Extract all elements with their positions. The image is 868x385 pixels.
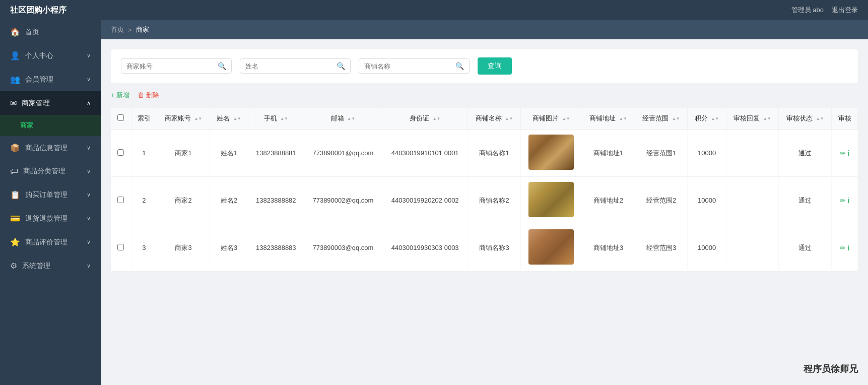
search-icon-account: 🔍 <box>218 62 226 70</box>
top-header: 社区团购小程序 管理员 abo 退出登录 <box>0 0 868 20</box>
merchant-icon: ✉ <box>10 98 17 108</box>
shop-image <box>528 229 574 265</box>
sidebar-item-refund[interactable]: 💳 退货退款管理 ∨ <box>0 207 101 230</box>
sort-arrows-address[interactable]: ▲▼ <box>619 116 627 121</box>
breadcrumb-current: 商家 <box>136 25 149 34</box>
sidebar-label-refund: 退货退款管理 <box>25 214 68 223</box>
cell-edit: ✏ i <box>832 177 858 224</box>
sort-arrows-name[interactable]: ▲▼ <box>233 116 241 121</box>
row-checkbox-0[interactable] <box>117 149 124 156</box>
sidebar-item-review[interactable]: ⭐ 商品评价管理 ∨ <box>0 230 101 254</box>
chevron-down-icon-member: ∨ <box>87 76 91 83</box>
cell-index: 2 <box>131 177 157 224</box>
cell-account: 商家3 <box>157 224 210 272</box>
search-icon-name: 🔍 <box>337 62 345 70</box>
merchant-account-input[interactable] <box>126 62 215 70</box>
add-button[interactable]: + 新增 <box>111 91 129 100</box>
shop-name-input[interactable] <box>364 62 452 70</box>
sidebar-item-goods-cat[interactable]: 🏷 商品分类管理 ∨ <box>0 160 101 183</box>
refund-icon: 💳 <box>10 214 20 223</box>
cell-address: 商铺地址3 <box>582 224 635 272</box>
col-account: 商家账号 ▲▼ <box>157 108 210 130</box>
sidebar-sub-item-merchant[interactable]: 商家 <box>0 115 101 136</box>
sort-arrows-score[interactable]: ▲▼ <box>711 116 719 121</box>
cell-shopimg <box>520 177 582 224</box>
sidebar-item-merchant[interactable]: ✉ 商家管理 ∧ <box>0 91 101 115</box>
cell-reply <box>726 224 779 272</box>
sort-arrows-account[interactable]: ▲▼ <box>194 116 202 121</box>
cell-phone: 13823888881 <box>248 130 304 177</box>
cell-reply <box>726 130 779 177</box>
shop-image <box>528 182 574 217</box>
col-shopname: 商铺名称 ▲▼ <box>468 108 521 130</box>
shop-image <box>528 135 574 170</box>
merchant-account-search-group: 🔍 <box>121 58 232 74</box>
cell-phone: 13823888882 <box>248 177 304 224</box>
breadcrumb: 首页 > 商家 <box>101 20 868 39</box>
table-row: 2 商家2 姓名2 13823888882 773890002@qq.com 4… <box>111 177 858 224</box>
chevron-down-icon-goods: ∨ <box>87 145 91 151</box>
sidebar-label-personal: 个人中心 <box>25 51 53 60</box>
col-reply: 审核回复 ▲▼ <box>726 108 779 130</box>
app-title: 社区团购小程序 <box>10 5 66 16</box>
cell-edit: ✏ i <box>832 224 858 272</box>
col-phone: 手机 ▲▼ <box>248 108 304 130</box>
home-icon: 🏠 <box>10 27 20 37</box>
sort-arrows-email[interactable]: ▲▼ <box>347 116 355 121</box>
col-email: 邮箱 ▲▼ <box>304 108 382 130</box>
sidebar: 🏠 首页 👤 个人中心 ∨ 👥 会员管理 ∨ ✉ 商家管理 ∧ <box>0 20 101 385</box>
edit-button-0[interactable]: ✏ i <box>840 149 849 157</box>
cell-index: 1 <box>131 130 157 177</box>
sidebar-item-order[interactable]: 📋 购买订单管理 ∨ <box>0 183 101 207</box>
sidebar-label-system: 系统管理 <box>22 262 50 271</box>
chevron-down-icon-review: ∨ <box>87 239 91 245</box>
edit-button-2[interactable]: ✏ i <box>840 244 849 252</box>
cell-edit: ✏ i <box>832 130 858 177</box>
user-label: 管理员 abo <box>791 6 824 15</box>
edit-button-1[interactable]: ✏ i <box>840 197 849 205</box>
sidebar-item-system[interactable]: ⚙ 系统管理 ∨ <box>0 254 101 278</box>
row-checkbox-1[interactable] <box>117 197 124 203</box>
delete-button[interactable]: 🗑 删除 <box>138 91 159 100</box>
cell-address: 商铺地址2 <box>582 177 635 224</box>
breadcrumb-home[interactable]: 首页 <box>111 25 124 34</box>
merchant-table: 索引 商家账号 ▲▼ 姓名 ▲▼ 手机 ▲▼ 邮箱 ▲▼ 身份证 ▲▼ 商铺名称… <box>111 108 858 272</box>
chevron-up-icon-merchant: ∧ <box>87 100 91 106</box>
sort-arrows-status[interactable]: ▲▼ <box>816 116 824 121</box>
col-idcard: 身份证 ▲▼ <box>382 108 468 130</box>
row-checkbox-2[interactable] <box>117 244 124 250</box>
shop-name-search-group: 🔍 <box>359 58 470 74</box>
chevron-down-icon: ∨ <box>87 52 91 59</box>
sidebar-item-home[interactable]: 🏠 首页 <box>0 20 101 44</box>
chevron-down-icon-system: ∨ <box>87 263 91 269</box>
query-button[interactable]: 查询 <box>478 57 512 75</box>
search-bar: 🔍 🔍 🔍 查询 <box>111 49 858 83</box>
cell-address: 商铺地址1 <box>582 130 635 177</box>
sort-arrows-idcard[interactable]: ▲▼ <box>433 116 441 121</box>
sort-arrows-shopimg[interactable]: ▲▼ <box>562 116 570 121</box>
cell-status: 通过 <box>779 130 832 177</box>
main-content: 首页 > 商家 🔍 🔍 🔍 查询 <box>101 20 868 385</box>
sidebar-label-member: 会员管理 <box>25 75 53 84</box>
sidebar-label-review: 商品评价管理 <box>25 238 68 247</box>
sort-arrows-scope[interactable]: ▲▼ <box>672 116 680 121</box>
sidebar-label-goods-cat: 商品分类管理 <box>23 167 65 176</box>
select-all-checkbox[interactable] <box>117 114 124 121</box>
sidebar-item-personal[interactable]: 👤 个人中心 ∨ <box>0 44 101 68</box>
col-checkbox <box>111 108 131 130</box>
cell-phone: 13823888883 <box>248 224 304 272</box>
sort-arrows-reply[interactable]: ▲▼ <box>763 116 771 121</box>
cell-scope: 经营范围1 <box>635 130 688 177</box>
name-input[interactable] <box>245 62 333 70</box>
order-icon: 📋 <box>10 190 20 200</box>
sidebar-item-member[interactable]: 👥 会员管理 ∨ <box>0 68 101 91</box>
logout-button[interactable]: 退出登录 <box>832 6 858 15</box>
sidebar-item-goods-info[interactable]: 📦 商品信息管理 ∨ <box>0 136 101 160</box>
sort-arrows-phone[interactable]: ▲▼ <box>280 116 288 121</box>
cell-status: 通过 <box>779 177 832 224</box>
cell-idcard: 44030019910101 0001 <box>382 130 468 177</box>
sort-arrows-shopname[interactable]: ▲▼ <box>505 116 513 121</box>
col-score: 积分 ▲▼ <box>688 108 726 130</box>
sidebar-sub-label-merchant: 商家 <box>20 121 33 130</box>
sidebar-label-merchant: 商家管理 <box>22 99 50 108</box>
